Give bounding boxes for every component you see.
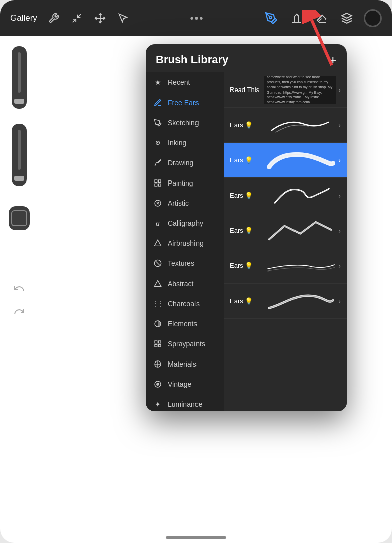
brush-name-ears-2: Ears 💡 xyxy=(230,156,260,164)
add-brush-button[interactable]: + xyxy=(329,53,337,66)
brush-chevron-ears-1: › xyxy=(338,121,341,129)
brush-item-ears-6[interactable]: Ears 💡 › xyxy=(224,284,347,319)
left-sidebar xyxy=(0,36,38,543)
category-spraypaints[interactable]: Spraypaints xyxy=(146,334,224,354)
textures-icon xyxy=(153,258,163,268)
svg-rect-10 xyxy=(155,180,157,183)
brush-chevron-ears-6: › xyxy=(338,297,341,305)
category-textures[interactable]: Textures xyxy=(146,253,224,274)
ipad-frame: Gallery xyxy=(0,0,392,543)
smudge-tool-button[interactable] xyxy=(288,10,305,26)
category-inking-label: Inking xyxy=(168,139,186,147)
svg-line-0 xyxy=(78,14,81,17)
category-calligraphy[interactable]: a Calligraphy xyxy=(146,213,224,233)
svg-marker-15 xyxy=(154,240,161,246)
color-button[interactable] xyxy=(364,9,382,27)
magic-wand-icon[interactable] xyxy=(69,11,84,26)
svg-rect-21 xyxy=(158,341,161,343)
layers-tool-button[interactable] xyxy=(339,10,355,26)
category-calligraphy-label: Calligraphy xyxy=(168,219,203,227)
pen-tool-button[interactable] xyxy=(263,10,279,26)
category-textures-label: Textures xyxy=(168,259,194,267)
undo-button[interactable] xyxy=(13,283,25,297)
svg-rect-12 xyxy=(158,184,161,186)
materials-icon xyxy=(153,359,163,369)
categories-list: ★ Recent Free Ears xyxy=(146,72,224,411)
top-bar-right xyxy=(263,9,382,27)
category-spraypaints-label: Spraypaints xyxy=(168,340,205,348)
category-painting[interactable]: Painting xyxy=(146,173,224,193)
wrench-icon[interactable] xyxy=(46,11,61,26)
brush-item-ears-4-content: Ears 💡 xyxy=(230,217,336,244)
more-options-button[interactable]: ••• xyxy=(190,13,204,24)
svg-point-9 xyxy=(157,142,158,143)
category-artistic-label: Artistic xyxy=(168,199,189,207)
redo-button[interactable] xyxy=(13,306,25,320)
opacity-panel xyxy=(12,124,27,186)
brush-item-ears-1[interactable]: Ears 💡 › xyxy=(224,108,347,143)
brush-chevron-ears-5: › xyxy=(338,262,341,270)
category-materials[interactable]: Materials xyxy=(146,354,224,374)
svg-line-1 xyxy=(73,19,76,22)
brush-chevron-ears-3: › xyxy=(338,192,341,200)
category-vintage-label: Vintage xyxy=(168,380,191,388)
category-charcoals[interactable]: ⋮⋮ Charcoals xyxy=(146,294,224,314)
vintage-icon xyxy=(153,379,163,389)
brush-name-ears-6: Ears 💡 xyxy=(230,297,260,305)
category-free-ears[interactable]: Free Ears xyxy=(146,93,224,113)
brush-name-ears-3: Ears 💡 xyxy=(230,192,260,199)
category-drawing[interactable]: Drawing xyxy=(146,153,224,173)
opacity-handle[interactable] xyxy=(14,176,24,181)
brush-preview-ears-2 xyxy=(264,146,336,174)
category-luminance-label: Luminance xyxy=(168,400,203,408)
brush-size-handle[interactable] xyxy=(14,99,24,104)
read-this-text: If you are interested in my work or acci… xyxy=(266,76,334,104)
gallery-button[interactable]: Gallery xyxy=(10,13,37,23)
brush-items-list: Read This If you are interested in my wo… xyxy=(224,72,347,411)
brush-item-ears-3-content: Ears 💡 xyxy=(230,182,336,209)
home-indicator xyxy=(166,536,226,539)
category-sketching[interactable]: Sketching xyxy=(146,113,224,133)
brush-item-ears-5[interactable]: Ears 💡 › xyxy=(224,248,347,284)
svg-point-4 xyxy=(270,17,272,19)
brush-item-read-this[interactable]: Read This If you are interested in my wo… xyxy=(224,72,347,108)
brush-chevron-ears-2: › xyxy=(338,156,341,164)
selection-icon[interactable] xyxy=(116,11,131,26)
opacity-slider[interactable] xyxy=(18,130,21,170)
fit-to-screen-button[interactable] xyxy=(11,210,27,226)
category-vintage[interactable]: Vintage xyxy=(146,374,224,394)
brush-preview-ears-1 xyxy=(264,111,336,139)
top-bar-left: Gallery xyxy=(10,11,131,26)
recent-icon: ★ xyxy=(153,77,163,87)
category-charcoals-label: Charcoals xyxy=(168,300,200,308)
category-airbrushing-label: Airbrushing xyxy=(168,239,204,247)
brush-item-ears-4[interactable]: Ears 💡 › xyxy=(224,213,347,248)
category-luminance[interactable]: ✦ Luminance xyxy=(146,394,224,411)
brush-item-ears-3[interactable]: Ears 💡 › xyxy=(224,178,347,213)
svg-line-17 xyxy=(155,261,160,265)
category-artistic[interactable]: Artistic xyxy=(146,193,224,213)
canvas-controls xyxy=(9,206,30,230)
calligraphy-icon: a xyxy=(153,218,163,228)
brush-name-ears-4: Ears 💡 xyxy=(230,227,260,234)
category-airbrushing[interactable]: Airbrushing xyxy=(146,233,224,253)
category-inking[interactable]: Inking xyxy=(146,133,224,153)
inking-icon xyxy=(153,138,163,148)
svg-marker-18 xyxy=(154,280,161,286)
category-elements[interactable]: Elements xyxy=(146,314,224,334)
brush-item-ears-2[interactable]: Ears 💡 › xyxy=(224,143,347,178)
transform-icon[interactable] xyxy=(92,11,108,26)
brush-item-read-this-content: Read This If you are interested in my wo… xyxy=(230,76,336,104)
brush-preview-ears-6 xyxy=(264,287,336,315)
category-materials-label: Materials xyxy=(168,360,197,368)
category-abstract[interactable]: Abstract xyxy=(146,274,224,294)
category-recent[interactable]: ★ Recent xyxy=(146,72,224,93)
brush-size-panel xyxy=(12,46,27,109)
svg-rect-11 xyxy=(158,180,161,183)
painting-icon xyxy=(153,178,163,188)
brush-size-slider[interactable] xyxy=(18,52,21,93)
category-painting-label: Painting xyxy=(168,179,193,187)
brush-name-read-this: Read This xyxy=(230,86,260,94)
abstract-icon xyxy=(153,279,163,289)
eraser-tool-button[interactable] xyxy=(314,10,330,26)
